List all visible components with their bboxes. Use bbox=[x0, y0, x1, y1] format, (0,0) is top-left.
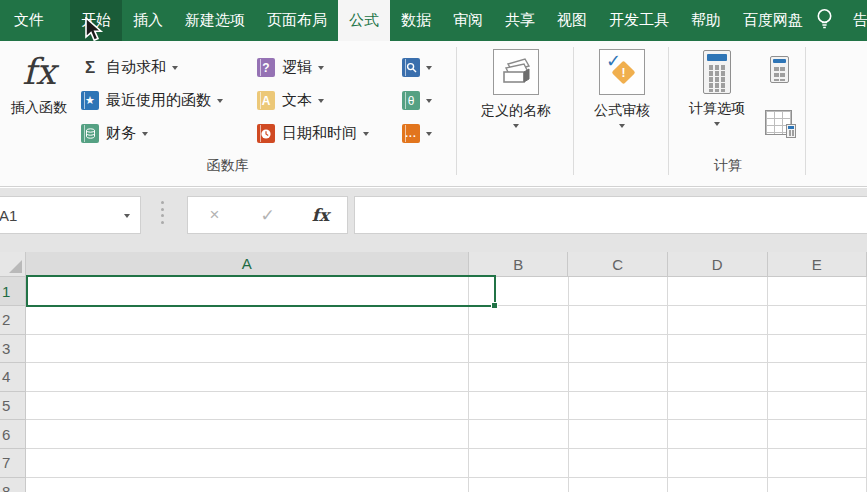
cell-d5[interactable] bbox=[668, 392, 768, 421]
cell-b4[interactable] bbox=[469, 363, 569, 392]
column-header-d[interactable]: D bbox=[668, 252, 768, 277]
chevron-down-icon bbox=[426, 99, 432, 103]
enter-check-icon[interactable]: ✓ bbox=[241, 205, 294, 226]
cell-e3[interactable] bbox=[768, 335, 867, 364]
formula-auditing-button[interactable]: ! ✓ 公式审核 bbox=[577, 49, 667, 128]
select-all-button[interactable] bbox=[0, 252, 26, 277]
defined-names-button[interactable]: 定义的名称 bbox=[462, 49, 570, 128]
cell-b3[interactable] bbox=[469, 335, 569, 364]
cell-e6[interactable] bbox=[768, 420, 867, 449]
column-header-e[interactable]: E bbox=[768, 252, 867, 277]
tab-share[interactable]: 共享 bbox=[494, 0, 546, 41]
column-header-b[interactable]: B bbox=[469, 252, 569, 277]
tab-view[interactable]: 视图 bbox=[546, 0, 598, 41]
formula-input[interactable] bbox=[354, 196, 867, 234]
active-cell-selection[interactable] bbox=[26, 275, 496, 307]
insert-function-fx-icon[interactable]: fx bbox=[294, 205, 347, 225]
cell-b2[interactable] bbox=[469, 306, 569, 335]
cell-d7[interactable] bbox=[668, 449, 768, 478]
row-header-6[interactable]: 6 bbox=[0, 420, 26, 449]
row-header-1[interactable]: 1 bbox=[0, 277, 26, 306]
cell-a7[interactable] bbox=[26, 449, 469, 478]
cell-d6[interactable] bbox=[668, 420, 768, 449]
theta-book-icon: θ bbox=[402, 91, 420, 110]
row-header-4[interactable]: 4 bbox=[0, 363, 26, 392]
more-functions-button[interactable]: ... bbox=[402, 117, 432, 150]
logical-button[interactable]: ? 逻辑 bbox=[257, 51, 369, 84]
cell-b8[interactable] bbox=[469, 478, 569, 492]
cell-a2[interactable] bbox=[26, 306, 469, 335]
cell-d3[interactable] bbox=[668, 335, 768, 364]
cell-a8[interactable] bbox=[26, 478, 469, 492]
row-header-3[interactable]: 3 bbox=[0, 335, 26, 364]
cell-d8[interactable] bbox=[668, 478, 768, 492]
cell-c3[interactable] bbox=[569, 335, 669, 364]
cell-a4[interactable] bbox=[26, 363, 469, 392]
cancel-icon[interactable]: × bbox=[188, 205, 241, 225]
formula-bar-resize-handle[interactable] bbox=[161, 201, 164, 224]
name-box[interactable]: A1 bbox=[0, 196, 141, 234]
insert-function-button[interactable]: fx 插入函数 bbox=[2, 49, 76, 117]
cell-b6[interactable] bbox=[469, 420, 569, 449]
chevron-down-icon bbox=[142, 132, 148, 136]
column-header-c[interactable]: C bbox=[568, 252, 668, 277]
cell-e4[interactable] bbox=[768, 363, 867, 392]
tab-page-layout[interactable]: 页面布局 bbox=[256, 0, 338, 41]
lookup-reference-button[interactable] bbox=[402, 51, 432, 84]
cell-d1[interactable] bbox=[668, 277, 768, 306]
recently-used-button[interactable]: ★ 最近使用的函数 bbox=[81, 84, 223, 117]
row-header-7[interactable]: 7 bbox=[0, 449, 26, 478]
cell-e5[interactable] bbox=[768, 392, 867, 421]
cell-c1[interactable] bbox=[569, 277, 669, 306]
calculation-options-label: 计算选项 bbox=[689, 100, 745, 118]
cell-e1[interactable] bbox=[768, 277, 867, 306]
grid-row-7: 7 bbox=[0, 449, 867, 478]
tab-home[interactable]: 开始 bbox=[70, 0, 122, 41]
cell-e8[interactable] bbox=[768, 478, 867, 492]
cell-c2[interactable] bbox=[569, 306, 669, 335]
row-header-8[interactable]: 8 bbox=[0, 478, 26, 492]
financial-button[interactable]: 财务 bbox=[81, 117, 223, 150]
cell-c6[interactable] bbox=[569, 420, 669, 449]
insert-function-label: 插入函数 bbox=[11, 99, 67, 117]
cell-b7[interactable] bbox=[469, 449, 569, 478]
tab-file[interactable]: 文件 bbox=[0, 0, 58, 41]
grid-row-3: 3 bbox=[0, 335, 867, 364]
group-label-function-library: 函数库 bbox=[0, 157, 455, 175]
autosum-button[interactable]: Σ 自动求和 bbox=[81, 51, 223, 84]
cell-e7[interactable] bbox=[768, 449, 867, 478]
date-time-button[interactable]: 日期和时间 bbox=[257, 117, 369, 150]
tab-review[interactable]: 审阅 bbox=[442, 0, 494, 41]
cell-c4[interactable] bbox=[569, 363, 669, 392]
calculate-sheet-button[interactable] bbox=[760, 105, 796, 139]
tab-developer[interactable]: 开发工具 bbox=[598, 0, 680, 41]
row-header-5[interactable]: 5 bbox=[0, 392, 26, 421]
cell-c5[interactable] bbox=[569, 392, 669, 421]
tab-new-options[interactable]: 新建选项 bbox=[174, 0, 256, 41]
formula-auditing-icon: ! ✓ bbox=[599, 49, 645, 95]
tab-baidu-netdisk[interactable]: 百度网盘 bbox=[732, 0, 814, 41]
tab-insert[interactable]: 插入 bbox=[122, 0, 174, 41]
chevron-down-icon[interactable] bbox=[124, 214, 130, 218]
grid-row-5: 5 bbox=[0, 392, 867, 421]
cell-a3[interactable] bbox=[26, 335, 469, 364]
calculate-now-button[interactable] bbox=[764, 52, 794, 86]
cell-c8[interactable] bbox=[569, 478, 669, 492]
calculation-options-button[interactable]: 计算选项 bbox=[672, 50, 762, 126]
cell-d2[interactable] bbox=[668, 306, 768, 335]
tell-me[interactable]: 告诉我 bbox=[814, 0, 867, 41]
cell-a6[interactable] bbox=[26, 420, 469, 449]
row-header-2[interactable]: 2 bbox=[0, 306, 26, 335]
math-trig-button[interactable]: θ bbox=[402, 84, 432, 117]
cell-d4[interactable] bbox=[668, 363, 768, 392]
text-button[interactable]: A 文本 bbox=[257, 84, 369, 117]
tab-data[interactable]: 数据 bbox=[390, 0, 442, 41]
cell-c7[interactable] bbox=[569, 449, 669, 478]
tab-help[interactable]: 帮助 bbox=[680, 0, 732, 41]
cell-a5[interactable] bbox=[26, 392, 469, 421]
fill-handle[interactable] bbox=[491, 302, 498, 309]
column-header-a[interactable]: A bbox=[26, 252, 469, 277]
tab-formulas[interactable]: 公式 bbox=[338, 0, 390, 41]
cell-b5[interactable] bbox=[469, 392, 569, 421]
cell-e2[interactable] bbox=[768, 306, 867, 335]
